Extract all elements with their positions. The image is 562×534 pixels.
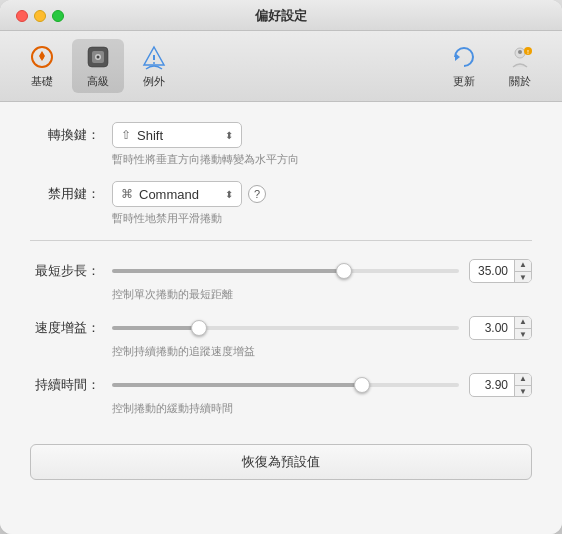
toolbar-btn-about[interactable]: ! 關於 [494, 39, 546, 93]
duration-value-box: 3.90 ▲ ▼ [469, 373, 532, 397]
update-icon [450, 43, 478, 71]
duration-stepper: ▲ ▼ [514, 373, 531, 397]
svg-marker-9 [455, 53, 460, 61]
close-button[interactable] [16, 10, 28, 22]
min-step-label: 最短步長： [30, 262, 100, 280]
help-button[interactable]: ? [248, 185, 266, 203]
update-label: 更新 [453, 74, 475, 89]
duration-thumb[interactable] [354, 377, 370, 393]
shift-symbol: ⇧ [121, 128, 131, 142]
min-step-value-box: 35.00 ▲ ▼ [469, 259, 532, 283]
duration-hint: 控制捲動的緩動持續時間 [112, 401, 532, 416]
disable-key-select[interactable]: ⌘ Command ⬍ [112, 181, 242, 207]
about-icon: ! [506, 43, 534, 71]
traffic-lights [16, 10, 64, 22]
min-step-value: 35.00 [470, 264, 514, 278]
speed-boost-slider[interactable] [112, 326, 459, 330]
min-step-stepper: ▲ ▼ [514, 259, 531, 283]
min-step-slider-container [112, 269, 459, 273]
svg-point-6 [97, 56, 100, 59]
min-step-increment[interactable]: ▲ [515, 259, 531, 272]
window-title: 偏好設定 [255, 7, 307, 25]
speed-boost-value-box: 3.00 ▲ ▼ [469, 316, 532, 340]
advanced-label: 高級 [87, 74, 109, 89]
preferences-window: 偏好設定 基礎 [0, 0, 562, 534]
disable-key-row: 禁用鍵： ⌘ Command ⬍ ? [30, 181, 532, 207]
disable-key-value: Command [139, 187, 199, 202]
disable-key-hint: 暫時性地禁用平滑捲動 [112, 211, 532, 226]
speed-boost-slider-container [112, 326, 459, 330]
reset-button[interactable]: 恢復為預設值 [30, 444, 532, 480]
speed-boost-increment[interactable]: ▲ [515, 316, 531, 329]
svg-point-8 [153, 62, 155, 64]
disable-key-chevron: ⬍ [225, 189, 233, 200]
min-step-thumb[interactable] [336, 263, 352, 279]
speed-boost-decrement[interactable]: ▼ [515, 329, 531, 341]
duration-increment[interactable]: ▲ [515, 373, 531, 386]
maximize-button[interactable] [52, 10, 64, 22]
cmd-symbol: ⌘ [121, 187, 133, 201]
toolbar-btn-advanced[interactable]: 高級 [72, 39, 124, 93]
toggle-key-row: 轉換鍵： ⇧ Shift ⬍ [30, 122, 532, 148]
main-content: 轉換鍵： ⇧ Shift ⬍ 暫時性將垂直方向捲動轉變為水平方向 禁用鍵： ⌘ … [0, 102, 562, 534]
toggle-key-label: 轉換鍵： [30, 126, 100, 144]
toggle-key-chevron: ⬍ [225, 130, 233, 141]
basic-label: 基礎 [31, 74, 53, 89]
toolbar-btn-exception[interactable]: 例外 [128, 39, 180, 93]
min-step-slider[interactable] [112, 269, 459, 273]
about-label: 關於 [509, 74, 531, 89]
speed-boost-label: 速度增益： [30, 319, 100, 337]
svg-text:!: ! [527, 49, 529, 55]
duration-slider-container [112, 383, 459, 387]
duration-decrement[interactable]: ▼ [515, 386, 531, 398]
speed-boost-value: 3.00 [470, 321, 514, 335]
toolbar-btn-update[interactable]: 更新 [438, 39, 490, 93]
duration-slider[interactable] [112, 383, 459, 387]
toggle-key-select[interactable]: ⇧ Shift ⬍ [112, 122, 242, 148]
exception-icon [140, 43, 168, 71]
min-step-decrement[interactable]: ▼ [515, 272, 531, 284]
speed-boost-hint: 控制持續捲動的追蹤速度增益 [112, 344, 532, 359]
divider [30, 240, 532, 241]
svg-point-2 [40, 55, 44, 59]
titlebar: 偏好設定 [0, 0, 562, 31]
duration-row: 持續時間： 3.90 ▲ ▼ [30, 373, 532, 397]
exception-label: 例外 [143, 74, 165, 89]
toolbar-btn-basic[interactable]: 基礎 [16, 39, 68, 93]
toolbar-right: 更新 ! 關於 [438, 39, 546, 93]
svg-point-11 [518, 50, 522, 54]
duration-label: 持續時間： [30, 376, 100, 394]
speed-boost-row: 速度增益： 3.00 ▲ ▼ [30, 316, 532, 340]
speed-boost-thumb[interactable] [191, 320, 207, 336]
min-step-row: 最短步長： 35.00 ▲ ▼ [30, 259, 532, 283]
min-step-hint: 控制單次捲動的最短距離 [112, 287, 532, 302]
disable-key-label: 禁用鍵： [30, 185, 100, 203]
speed-boost-stepper: ▲ ▼ [514, 316, 531, 340]
toggle-key-value: Shift [137, 128, 163, 143]
toggle-key-hint: 暫時性將垂直方向捲動轉變為水平方向 [112, 152, 532, 167]
advanced-icon [84, 43, 112, 71]
basic-icon [28, 43, 56, 71]
duration-value: 3.90 [470, 378, 514, 392]
toolbar-left: 基礎 高級 [16, 39, 180, 93]
toolbar: 基礎 高級 [0, 31, 562, 102]
minimize-button[interactable] [34, 10, 46, 22]
